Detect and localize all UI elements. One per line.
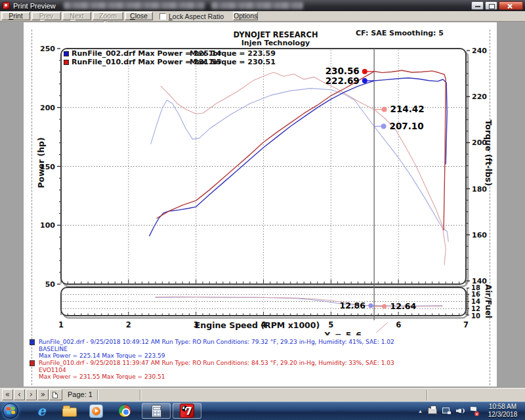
taskbar-clock[interactable]: 10:58 AM 12/3/2018 <box>482 403 524 419</box>
cursor-value-label: 214.42 <box>390 104 425 114</box>
page-icon <box>52 392 58 398</box>
cursor-dot <box>369 303 373 308</box>
legend-row-baseline: RunFile_002.drf Max Power = 225.14 Max T… <box>64 49 222 58</box>
af-tick-label: 18 <box>471 284 480 291</box>
cursor-pointer-line <box>376 322 388 333</box>
start-button[interactable] <box>3 403 18 419</box>
af-tick-label: 10 <box>471 312 480 320</box>
af-tick-label: 14 <box>471 298 480 305</box>
torque-axis-label: Torque (ft-lbs) <box>484 120 494 186</box>
airfuel-axis-label: Air/Fuel <box>484 284 493 318</box>
volume-icon[interactable] <box>456 407 465 415</box>
action-center-icon[interactable] <box>470 407 478 415</box>
tick-label: 240 <box>472 47 487 55</box>
last-page-button[interactable]: » <box>37 389 49 400</box>
titlebar: Print Preview <box>0 0 525 11</box>
statusbar: « ‹ › » Page: 1 <box>0 387 525 402</box>
first-page-button[interactable]: « <box>2 389 13 400</box>
taskbar-ie-icon[interactable]: e <box>33 404 50 418</box>
printer-icon[interactable] <box>428 408 437 414</box>
taskbar-winpep-button[interactable]: 7 <box>173 403 201 419</box>
network-icon[interactable] <box>442 408 451 414</box>
run-swatch-red <box>30 360 35 366</box>
caption-buttons <box>471 1 523 10</box>
page-number-label: Page: 1 <box>68 390 93 398</box>
zoom-out-button[interactable]: Zoom Out <box>93 12 123 20</box>
dyno-chart: 2502001501005024022020018016014018161412… <box>24 22 497 387</box>
print-button[interactable]: Print <box>1 12 30 20</box>
statusbar-divider <box>97 390 98 400</box>
show-hidden-icons-button[interactable]: ▲ <box>418 409 423 413</box>
x-tick-label: 2 <box>126 320 131 329</box>
cursor-dot <box>381 123 387 129</box>
tick-label: 100 <box>40 221 55 230</box>
power-axis-label: Power (hp) <box>36 137 46 188</box>
legend-row-evo: RunFile_010.drf Max Power = 231.55 Max T… <box>64 58 222 66</box>
winpep7-icon: 7 <box>180 404 194 418</box>
options-button[interactable]: Options <box>233 12 258 20</box>
cursor-x-readout: X = 5.6 <box>324 330 370 335</box>
close-window-button[interactable] <box>499 1 523 10</box>
restore-button[interactable] <box>485 1 497 10</box>
cursor-value-label: 12.64 <box>390 301 417 311</box>
x-tick-label: 1 <box>58 320 64 329</box>
taskbar-chrome-icon[interactable] <box>116 404 133 418</box>
legend-max-torque: Max Torque = 230.51 <box>190 58 276 66</box>
power-chart-frame <box>61 49 466 284</box>
toolbar: Print Prev Next Zoom Out Close Lock Aspe… <box>0 11 525 22</box>
report-page: CF: SAE Smoothing: 5 DYNOJET RESEARCH In… <box>24 22 497 387</box>
legend-swatch-blue <box>64 51 69 56</box>
redacted-title-text <box>64 2 205 9</box>
tick-label: 200 <box>40 104 55 112</box>
prev-button[interactable]: Prev <box>32 12 61 20</box>
tick-label: 160 <box>472 231 487 240</box>
clock-date: 12/3/2018 <box>482 411 524 419</box>
minimize-button[interactable] <box>471 1 484 10</box>
folder-icon <box>62 408 77 417</box>
statusbar-divider <box>140 390 141 400</box>
lock-aspect-ratio-checkbox[interactable] <box>159 13 166 20</box>
chrome-icon <box>118 404 131 417</box>
chart-legend: RunFile_002.drf Max Power = 225.14 Max T… <box>64 49 222 66</box>
cursor-dot <box>382 107 387 112</box>
tick-label: 180 <box>472 185 487 194</box>
taskbar-explorer-icon[interactable] <box>61 404 78 418</box>
legend-file-name: RunFile_002.drf <box>72 49 135 58</box>
run-info-line: RunFile_010.drf - 9/25/2018 11:39:47 AM … <box>39 360 482 367</box>
tick-label: 250 <box>40 45 55 53</box>
legend-swatch-red <box>64 60 69 65</box>
af-tick-label: 12 <box>471 305 480 312</box>
taskbar-wmp-icon[interactable] <box>87 404 104 418</box>
media-player-icon <box>89 404 103 418</box>
cursor-dot <box>362 69 368 74</box>
redacted-title-text-2 <box>211 2 303 9</box>
system-tray: ▲ <box>418 402 478 420</box>
next-button[interactable]: Next <box>62 12 91 20</box>
cursor-value-label: 207.10 <box>390 121 424 131</box>
run-info-line: BASELINE <box>39 346 482 353</box>
cursor-dot <box>362 78 368 83</box>
lock-aspect-ratio-label: Lock Aspect Ratio <box>169 12 224 20</box>
cursor-dot <box>382 304 387 308</box>
close-preview-button[interactable]: Close <box>125 12 153 20</box>
run-info-line: EVO1104 <box>39 367 482 374</box>
calculator-icon <box>152 405 161 417</box>
run-info-evo: RunFile_010.drf - 9/25/2018 11:39:47 AM … <box>30 360 482 381</box>
run-info-baseline: RunFile_002.drf - 9/25/2018 10:49:12 AM … <box>30 339 482 360</box>
x-tick-label: 7 <box>463 320 469 329</box>
run-info-line: RunFile_002.drf - 9/25/2018 10:49:12 AM … <box>39 339 482 346</box>
page-layout-button[interactable] <box>49 389 62 400</box>
prev-page-button[interactable]: ‹ <box>14 389 25 400</box>
screen: Print Preview Print Prev Next Zoom Out C… <box>0 0 525 420</box>
legend-max-torque: Max Torque = 223.59 <box>190 49 276 58</box>
legend-file-name: RunFile_010.drf <box>72 58 135 66</box>
window-title: Print Preview <box>13 2 56 10</box>
next-page-button[interactable]: › <box>26 389 37 400</box>
taskbar-calculator-button[interactable] <box>142 403 171 419</box>
rpm-axis-label: Engine Speed (RPM x1000) <box>195 320 320 330</box>
winpep-app-icon <box>3 2 10 9</box>
clock-time: 10:58 AM <box>482 403 524 411</box>
print-preview-area: CF: SAE Smoothing: 5 DYNOJET RESEARCH In… <box>0 22 525 387</box>
cursor-value-label: 12.86 <box>339 301 366 310</box>
x-tick-label: 6 <box>396 320 401 329</box>
